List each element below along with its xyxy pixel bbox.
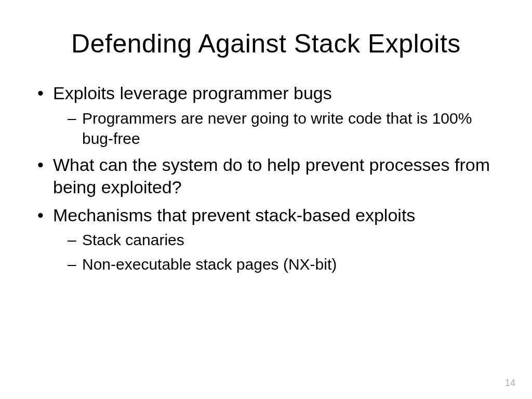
sub-bullet-list: Programmers are never going to write cod… <box>53 108 506 149</box>
bullet-item: Exploits leverage programmer bugs Progra… <box>36 82 506 149</box>
bullet-text: Exploits leverage programmer bugs <box>53 83 332 103</box>
sub-bullet-item: Stack canaries <box>68 230 506 250</box>
bullet-text: Mechanisms that prevent stack-based expl… <box>53 205 415 225</box>
bullet-item: What can the system do to help prevent p… <box>36 154 506 199</box>
page-number: 14 <box>505 378 515 389</box>
bullet-item: Mechanisms that prevent stack-based expl… <box>36 204 506 275</box>
bullet-text: What can the system do to help prevent p… <box>53 155 490 197</box>
sub-bullet-text: Non-executable stack pages (NX-bit) <box>82 256 337 273</box>
bullet-list: Exploits leverage programmer bugs Progra… <box>36 82 506 274</box>
sub-bullet-item: Programmers are never going to write cod… <box>68 108 506 149</box>
slide-title: Defending Against Stack Exploits <box>26 29 506 59</box>
slide-content: Exploits leverage programmer bugs Progra… <box>26 82 506 274</box>
slide: Defending Against Stack Exploits Exploit… <box>0 0 532 399</box>
sub-bullet-text: Stack canaries <box>82 231 184 248</box>
sub-bullet-text: Programmers are never going to write cod… <box>82 110 472 147</box>
sub-bullet-list: Stack canaries Non-executable stack page… <box>53 230 506 274</box>
sub-bullet-item: Non-executable stack pages (NX-bit) <box>68 254 506 274</box>
